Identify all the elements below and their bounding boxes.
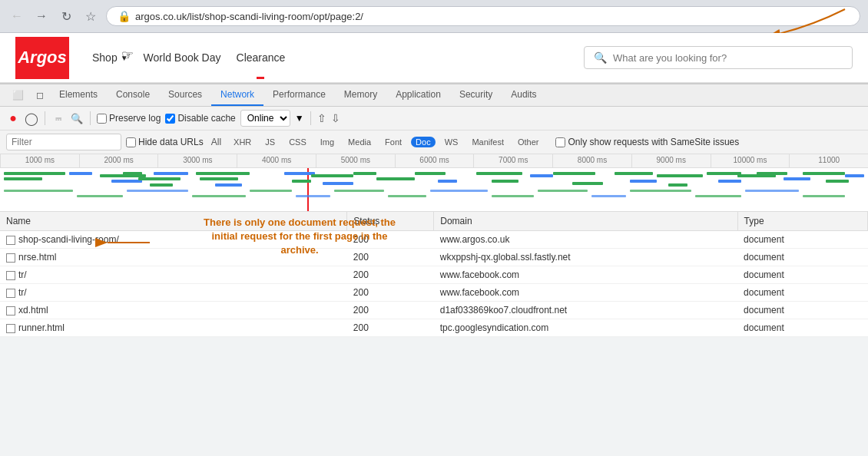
record-button[interactable]: ● <box>6 111 20 125</box>
filter-bar: Hide data URLs All XHR JS CSS Img Media … <box>0 131 868 154</box>
filter-font[interactable]: Font <box>380 137 406 147</box>
reload-button[interactable]: ↻ <box>57 7 75 25</box>
filter-ws[interactable]: WS <box>440 137 463 147</box>
table-row[interactable]: tr/200www.facebook.comdocument <box>0 266 868 284</box>
svg-rect-17 <box>311 174 353 177</box>
filter-css[interactable]: CSS <box>284 137 311 147</box>
tab-console[interactable]: Console <box>107 84 159 106</box>
cell-type: document <box>737 284 867 302</box>
preserve-log-checkbox[interactable] <box>97 114 107 124</box>
cell-type: document <box>737 319 867 337</box>
svg-rect-21 <box>415 172 446 175</box>
filter-other[interactable]: Other <box>513 137 544 147</box>
nav-clearance[interactable]: Clearance <box>237 51 286 64</box>
filter-manifest[interactable]: Manifest <box>467 137 509 147</box>
svg-rect-18 <box>323 182 353 185</box>
search-box[interactable]: 🔍 <box>584 46 853 69</box>
tab-audits[interactable]: Audits <box>502 84 545 106</box>
table-row[interactable]: runner.html200tpc.googlesyndication.comd… <box>0 319 868 337</box>
filter-icon[interactable]: ⎓ <box>51 111 65 125</box>
preserve-log-label[interactable]: Preserve log <box>97 113 161 124</box>
svg-rect-30 <box>657 174 703 177</box>
svg-rect-6 <box>123 172 142 175</box>
cell-domain: tpc.googlesyndication.com <box>434 319 737 337</box>
svg-rect-19 <box>353 172 376 175</box>
disable-cache-label[interactable]: Disable cache <box>165 113 235 124</box>
samesite-checkbox[interactable] <box>555 137 565 147</box>
import-icon[interactable]: ⇧ <box>317 112 326 124</box>
svg-rect-27 <box>572 182 603 185</box>
row-annotation: There is only one document request, the … <box>192 216 407 258</box>
filter-input[interactable] <box>6 134 121 150</box>
disable-cache-checkbox[interactable] <box>165 114 175 124</box>
cell-domain: www.facebook.com <box>434 266 737 284</box>
svg-rect-7 <box>138 177 181 180</box>
tab-sources[interactable]: Sources <box>159 84 211 106</box>
back-button[interactable]: ← <box>8 7 26 25</box>
table-row[interactable]: shop-scandi-living-room/200www.argos.co.… <box>0 231 868 249</box>
stop-button[interactable]: ◯ <box>25 111 38 125</box>
svg-rect-36 <box>784 177 810 180</box>
tick-2: 2000 ms <box>79 154 158 167</box>
timeline-svg <box>0 168 868 212</box>
svg-rect-12 <box>215 183 242 187</box>
separator-2 <box>90 111 91 125</box>
devtools-panel: ⬜ ◻ Elements Console Sources Network Per… <box>0 83 868 337</box>
cell-domain: www.facebook.com <box>434 284 737 302</box>
tab-application[interactable]: Application <box>386 84 450 106</box>
devtools-cursor-icon[interactable]: ⬜ <box>6 85 30 105</box>
table-row[interactable]: nrse.html200wkxppshj-qx.global.ssl.fastl… <box>0 249 868 266</box>
tab-security[interactable]: Security <box>450 84 502 106</box>
url-text: argos.co.uk/list/shop-scandi-living-room… <box>135 11 363 22</box>
svg-rect-23 <box>476 172 522 175</box>
tick-6: 6000 ms <box>395 154 474 167</box>
nav-world-book-day[interactable]: World Book Day <box>144 51 221 64</box>
svg-rect-24 <box>492 180 518 183</box>
table-row[interactable]: tr/200www.facebook.comdocument <box>0 284 868 302</box>
throttle-select[interactable]: Online <box>240 110 290 127</box>
bookmark-button[interactable]: ☆ <box>81 7 100 25</box>
cell-name: tr/ <box>0 284 347 302</box>
cell-status: 200 <box>347 266 434 284</box>
samesite-label[interactable]: Only show requests with SameSite issues <box>555 137 739 147</box>
filter-doc[interactable]: Doc <box>411 137 436 147</box>
filter-js[interactable]: JS <box>260 137 280 147</box>
address-bar[interactable]: 🔒 argos.co.uk/list/shop-scandi-living-ro… <box>106 6 860 26</box>
svg-rect-50 <box>538 190 588 192</box>
svg-rect-39 <box>845 174 864 177</box>
devtools-inspect-icon[interactable]: ◻ <box>30 85 50 105</box>
filter-all[interactable]: All <box>208 135 224 149</box>
cell-type: document <box>737 231 867 249</box>
svg-rect-52 <box>630 190 691 192</box>
svg-rect-2 <box>69 172 92 175</box>
devtools-tab-bar: ⬜ ◻ Elements Console Sources Network Per… <box>0 84 868 107</box>
hide-data-urls-label[interactable]: Hide data URLs <box>126 137 204 147</box>
filter-media[interactable]: Media <box>343 137 376 147</box>
forward-button[interactable]: → <box>32 7 51 25</box>
cursor-pointer: ☞ <box>121 47 134 64</box>
tick-8: 8000 ms <box>552 154 631 167</box>
svg-rect-22 <box>438 180 457 183</box>
svg-rect-37 <box>803 172 845 175</box>
search-icon: 🔍 <box>594 51 607 64</box>
cell-name: tr/ <box>0 266 347 284</box>
table-row[interactable]: xd.html200d1af033869koo7.cloudfront.netd… <box>0 302 868 319</box>
svg-rect-33 <box>718 180 741 183</box>
search-input[interactable] <box>613 52 843 64</box>
tab-performance[interactable]: Performance <box>263 84 335 106</box>
export-icon[interactable]: ⇩ <box>331 112 340 124</box>
search-icon[interactable]: 🔍 <box>70 111 84 125</box>
tab-elements[interactable]: Elements <box>50 84 107 106</box>
hide-data-urls-checkbox[interactable] <box>126 137 136 147</box>
col-type: Type <box>737 212 867 231</box>
filter-img[interactable]: Img <box>316 137 339 147</box>
tab-memory[interactable]: Memory <box>335 84 386 106</box>
svg-rect-54 <box>745 190 799 192</box>
svg-rect-51 <box>591 195 626 197</box>
svg-rect-32 <box>707 172 741 175</box>
throttle-dropdown-icon: ▼ <box>295 113 304 124</box>
tab-network[interactable]: Network <box>211 84 263 106</box>
svg-rect-20 <box>376 177 415 180</box>
svg-rect-1 <box>4 172 65 175</box>
filter-xhr[interactable]: XHR <box>229 137 256 147</box>
